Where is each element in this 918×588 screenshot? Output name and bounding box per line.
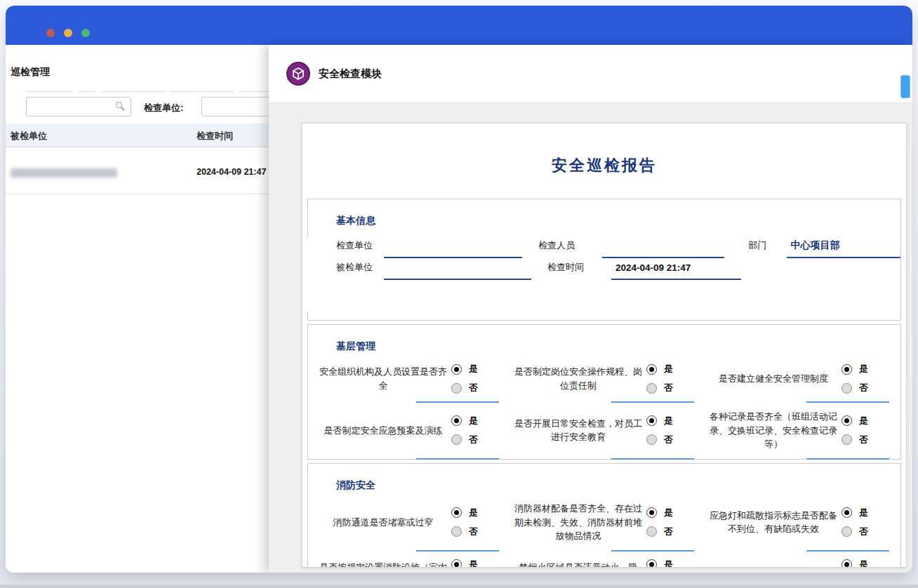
question-label: 是否制定岗位安全操作规程、岗位责任制 — [510, 365, 646, 392]
radio-option-no[interactable]: 否 — [451, 526, 498, 538]
field-value-inspect-time: 2024-04-09 21:47 — [611, 261, 741, 280]
radio-icon — [842, 559, 852, 568]
radio-icon — [451, 559, 462, 568]
radio-icon — [842, 383, 852, 394]
column-header-inspected-unit: 被检单位 — [11, 130, 47, 142]
modal-header: 安全检查模块 — [269, 45, 912, 103]
radio-option-no[interactable]: 否 — [842, 382, 888, 394]
section-fire-safety: 消防安全 消防通道是否堵塞或过窄 是 — [307, 463, 901, 568]
answer-underline — [611, 458, 694, 460]
overlay-patch — [307, 238, 335, 312]
radio-icon — [451, 507, 462, 518]
radio-option-yes[interactable]: 是 — [451, 507, 498, 519]
answer-underline — [806, 550, 889, 552]
field-label-inspect-time: 检查时间 — [547, 261, 584, 280]
radio-option-no[interactable]: 否 — [646, 434, 693, 446]
radio-group: 是 否 — [842, 507, 888, 538]
radio-option-yes[interactable]: 是 — [646, 507, 693, 519]
filter-unit-input[interactable] — [201, 97, 269, 116]
table-row[interactable]: 2024-04-09 21:47 — [6, 148, 269, 194]
radio-group: 是 否 — [451, 363, 498, 394]
question-cell: 消防器材配备是否齐全、存在过期未检测、失效、消防器材前堆放物品情况 是 — [507, 499, 703, 552]
safety-report-card: 安全巡检报告 基本信息 检查单位 检查人员 — [302, 123, 907, 568]
inspection-list-panel: 巡检管理 检查单位: 被检单位 检查时间 2024-04-09 21:47 — [6, 45, 269, 573]
radio-option-no[interactable]: 否 — [451, 382, 498, 394]
radio-option-no[interactable]: 否 — [646, 526, 693, 538]
question-label: 是否开展日常安全检查，对员工进行安全教育 — [510, 417, 646, 444]
radio-icon — [842, 364, 852, 375]
radio-option-no[interactable]: 否 — [842, 526, 888, 538]
question-label: 应急灯和疏散指示标志是否配备不到位、有缺陷或失效 — [705, 509, 842, 536]
column-header-inspect-time: 检查时间 — [197, 130, 233, 142]
radio-option-yes[interactable]: 是 — [646, 415, 693, 427]
inspected-unit-redacted — [11, 168, 117, 178]
question-cell: 是否建立健全安全管理制度 是 否 — [703, 360, 898, 403]
radio-option-yes[interactable]: 是 — [451, 363, 498, 375]
radio-group: 是 否 — [842, 559, 888, 568]
safety-check-modal: 安全检查模块 安全巡检报告 基本信息 检查单位 — [269, 45, 912, 573]
field-value-inspector — [602, 252, 724, 258]
question-cell: 各种记录是否齐全（班组活动记录、交换班记录、安全检查记录等） 是 — [703, 407, 898, 460]
radio-group: 是 否 — [842, 363, 888, 394]
radio-group: 是 否 — [646, 363, 693, 394]
answer-underline — [611, 550, 694, 552]
radio-option-yes[interactable]: 是 — [842, 415, 888, 427]
radio-option-no[interactable]: 否 — [646, 382, 693, 394]
radio-option-yes[interactable]: 是 — [842, 507, 888, 519]
question-label: 各种记录是否齐全（班组活动记录、交换班记录、安全检查记录等） — [705, 410, 842, 451]
app-window: 巡检管理 检查单位: 被检单位 检查时间 2024-04-09 21:47 — [6, 6, 912, 573]
answer-underline — [416, 401, 499, 403]
radio-icon — [842, 507, 852, 518]
radio-option-yes[interactable]: 是 — [451, 415, 498, 427]
cube-icon — [286, 62, 310, 86]
radio-icon — [451, 415, 462, 426]
question-grid: 安全组织机构及人员设置是否齐全 是 否 — [308, 353, 900, 460]
radio-icon — [842, 415, 852, 426]
report-title: 安全巡检报告 — [307, 155, 901, 178]
traffic-light-buttons — [46, 29, 90, 37]
zoom-window-button[interactable] — [81, 29, 90, 37]
question-cell: 安全组织机构及人员设置是否齐全 是 否 — [312, 360, 507, 403]
field-value-inspected-unit — [384, 274, 531, 280]
radio-icon — [646, 526, 657, 537]
question-cell: 是否制定岗位安全操作规程、岗位责任制 是 否 — [507, 360, 703, 403]
section-grassroots-management: 基层管理 安全组织机构及人员设置是否齐全 是 — [307, 324, 901, 460]
close-window-button[interactable] — [46, 29, 55, 37]
radio-icon — [842, 526, 852, 537]
fire-safety-heading: 消防安全 — [308, 464, 900, 492]
radio-group: 是 否 — [646, 559, 693, 568]
radio-icon — [646, 383, 657, 394]
radio-option-no[interactable]: 否 — [842, 434, 888, 446]
radio-icon — [451, 526, 462, 537]
answer-underline — [806, 458, 889, 460]
section-basic-info: 基本信息 检查单位 检查人员 — [307, 199, 901, 321]
question-label: 是否制定安全应急预案及演练 — [315, 424, 451, 438]
filter-unit-label: 检查单位: — [144, 102, 183, 114]
radio-option-yes[interactable]: 是 — [646, 363, 693, 375]
search-input[interactable] — [26, 97, 131, 116]
radio-icon — [646, 507, 657, 518]
answer-underline — [416, 458, 499, 460]
radio-icon — [646, 415, 657, 426]
question-label: 是否按规定设置安全疏散出口 — [705, 567, 842, 568]
field-value-department: 中心项目部 — [787, 239, 900, 258]
radio-option-yes[interactable]: 是 — [842, 363, 888, 375]
panel-title: 巡检管理 — [11, 66, 50, 79]
radio-option-yes[interactable]: 是 — [842, 559, 888, 568]
field-label-inspector: 检查人员 — [538, 239, 575, 258]
radio-option-yes[interactable]: 是 — [646, 559, 693, 568]
question-cell: 消防通道是否堵塞或过窄 是 否 — [312, 499, 507, 552]
clipped-action-button[interactable] — [900, 75, 910, 98]
radio-icon — [842, 434, 852, 445]
field-label-inspect-unit: 检查单位 — [336, 239, 373, 258]
minimize-window-button[interactable] — [64, 29, 72, 37]
modal-title: 安全检查模块 — [319, 67, 382, 81]
question-label: 消防通道是否堵塞或过窄 — [315, 516, 451, 530]
radio-icon — [646, 434, 657, 445]
radio-option-yes[interactable]: 是 — [451, 559, 498, 568]
answer-underline — [611, 401, 694, 403]
modal-body: 安全巡检报告 基本信息 检查单位 检查人员 — [269, 103, 912, 573]
radio-option-no[interactable]: 否 — [451, 434, 498, 446]
inspect-time-value: 2024-04-09 21:47 — [197, 167, 266, 177]
question-cell: 是否按规定设置消防设施（室内外消火栓、报警、喷淋） 是 — [312, 556, 507, 568]
